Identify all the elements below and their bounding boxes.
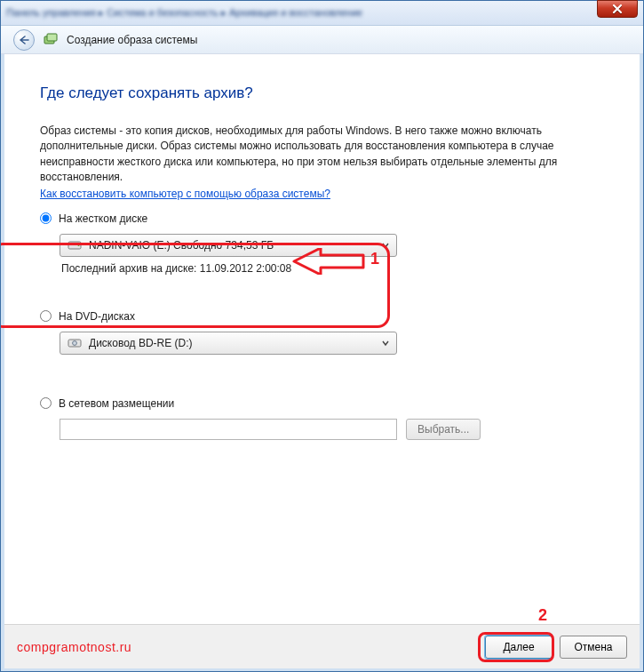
annotation-label-1: 1 bbox=[370, 250, 379, 268]
option-dvd: На DVD-дисках Дисковод BD-RE (D:) bbox=[40, 310, 604, 355]
radio-dvd-label: На DVD-дисках bbox=[59, 310, 135, 323]
watermark: compgramotnost.ru bbox=[17, 640, 131, 654]
browse-button[interactable]: Выбрать... bbox=[406, 419, 481, 440]
wizard-body: Где следует сохранять архив? Образ систе… bbox=[1, 54, 643, 605]
back-button[interactable] bbox=[13, 29, 35, 51]
option-network: В сетевом размещении Выбрать... bbox=[40, 397, 604, 440]
back-arrow-icon bbox=[19, 36, 29, 44]
hard-disk-dropdown[interactable]: NADIN-VAIO (E:) Свободно 734,53 ГБ bbox=[60, 234, 397, 257]
wizard-title: Создание образа системы bbox=[67, 34, 197, 46]
last-backup-prefix: Последний архив на диске: bbox=[61, 262, 196, 275]
optical-drive-icon bbox=[68, 337, 82, 349]
svg-point-3 bbox=[78, 244, 80, 246]
question-heading: Где следует сохранять архив? bbox=[40, 84, 604, 102]
radio-hard-disk-label: На жестком диске bbox=[59, 212, 147, 225]
next-button[interactable]: Далее bbox=[485, 636, 553, 659]
radio-dvd[interactable] bbox=[40, 310, 52, 322]
hard-disk-dropdown-text: NADIN-VAIO (E:) Свободно 734,53 ГБ bbox=[89, 239, 274, 252]
close-icon bbox=[612, 4, 623, 14]
help-link[interactable]: Как восстановить компьютер с помощью обр… bbox=[40, 188, 330, 200]
last-backup-line: Последний архив на диске: 11.09.2012 2:0… bbox=[61, 262, 604, 275]
cancel-button[interactable]: Отмена bbox=[560, 636, 627, 659]
dvd-dropdown[interactable]: Дисковод BD-RE (D:) bbox=[60, 332, 397, 355]
close-button[interactable] bbox=[597, 0, 638, 18]
chevron-down-icon bbox=[382, 340, 389, 347]
wizard-header: Создание образа системы bbox=[1, 26, 643, 54]
svg-rect-1 bbox=[47, 34, 57, 41]
system-image-icon bbox=[44, 33, 58, 47]
wizard-footer: compgramotnost.ru Далее Отмена bbox=[4, 624, 640, 668]
annotation-label-2: 2 bbox=[538, 606, 547, 625]
radio-hard-disk-row[interactable]: На жестком диске bbox=[40, 212, 604, 225]
chevron-down-icon bbox=[382, 242, 389, 249]
parent-window-titlebar: Панель управления ▸ Система и безопаснос… bbox=[1, 1, 643, 26]
radio-hard-disk[interactable] bbox=[40, 212, 52, 224]
breadcrumb: Панель управления ▸ Система и безопаснос… bbox=[6, 7, 597, 19]
svg-point-5 bbox=[73, 340, 77, 345]
wizard-window: Панель управления ▸ Система и безопаснос… bbox=[0, 0, 644, 672]
option-hard-disk: На жестком диске NADIN-VAIO (E:) Свободн… bbox=[40, 212, 604, 275]
description-text: Образ системы - это копия дисков, необхо… bbox=[40, 124, 604, 186]
network-path-input[interactable] bbox=[60, 419, 397, 440]
radio-network-row[interactable]: В сетевом размещении bbox=[40, 397, 604, 410]
last-backup-value: 11.09.2012 2:00:08 bbox=[200, 262, 291, 275]
radio-network-label: В сетевом размещении bbox=[59, 397, 174, 410]
hard-drive-icon bbox=[68, 239, 82, 252]
dvd-dropdown-text: Дисковод BD-RE (D:) bbox=[89, 337, 193, 349]
radio-dvd-row[interactable]: На DVD-дисках bbox=[40, 310, 604, 323]
radio-network[interactable] bbox=[40, 397, 52, 409]
